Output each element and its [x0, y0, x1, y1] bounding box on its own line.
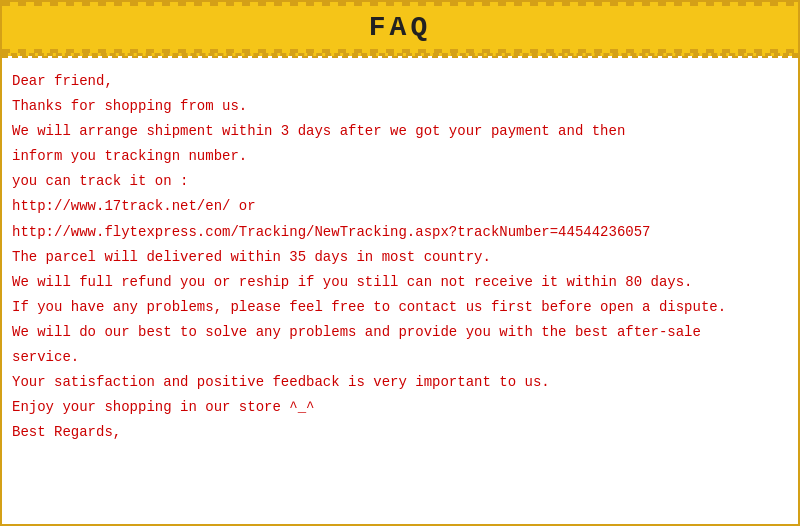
content-line: you can track it on :: [12, 170, 788, 193]
content-line: The parcel will delivered within 35 days…: [12, 246, 788, 269]
faq-title: FAQ: [369, 12, 431, 43]
faq-content: Dear friend,Thanks for shopping from us.…: [2, 58, 798, 456]
content-line: service.: [12, 346, 788, 369]
content-line: Enjoy your shopping in our store ^_^: [12, 396, 788, 419]
page-container: FAQ Dear friend,Thanks for shopping from…: [0, 0, 800, 526]
content-line: If you have any problems, please feel fr…: [12, 296, 788, 319]
content-line: We will full refund you or reship if you…: [12, 271, 788, 294]
content-line: http://www.17track.net/en/ or: [12, 195, 788, 218]
content-line: inform you trackingn number.: [12, 145, 788, 168]
content-line: Your satisfaction and positive feedback …: [12, 371, 788, 394]
content-line: Best Regards,: [12, 421, 788, 444]
content-line: http://www.flytexpress.com/Tracking/NewT…: [12, 221, 788, 244]
content-line: Dear friend,: [12, 70, 788, 93]
content-line: We will arrange shipment within 3 days a…: [12, 120, 788, 143]
content-line: We will do our best to solve any problem…: [12, 321, 788, 344]
faq-header: FAQ: [2, 2, 798, 56]
content-line: Thanks for shopping from us.: [12, 95, 788, 118]
